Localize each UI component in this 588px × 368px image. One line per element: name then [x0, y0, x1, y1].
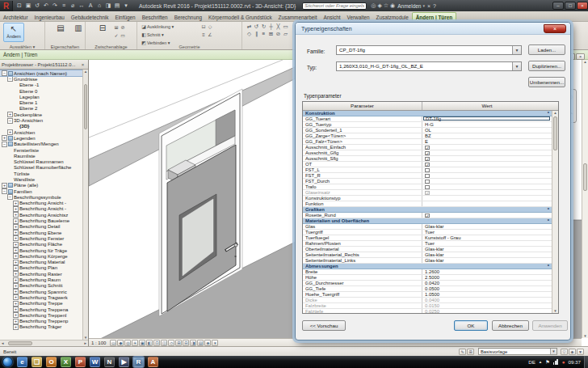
- parameter-row[interactable]: Funktion: [303, 201, 552, 207]
- modify-button[interactable]: ↖ Ändern: [3, 23, 24, 42]
- press-drag-icon[interactable]: ◈: [569, 349, 576, 355]
- view-control-icon-10[interactable]: ⊟: [183, 340, 189, 346]
- aligned-dimension-icon[interactable]: ↔: [78, 2, 86, 10]
- modify-tool-icon-6[interactable]: ◇: [246, 30, 253, 37]
- start-button[interactable]: [2, 357, 13, 367]
- geometry-extra4-icon[interactable]: ∠: [207, 32, 213, 37]
- chevron-down-icon[interactable]: ▼: [512, 62, 521, 70]
- parameter-row[interactable]: FST_Durch: [303, 179, 552, 184]
- parameter-value[interactable]: [422, 184, 552, 189]
- scroll-down-icon[interactable]: ▼: [582, 334, 588, 338]
- parameter-group-header[interactable]: Materialien und Oberflächen*: [303, 218, 552, 224]
- expand-icon[interactable]: +: [13, 277, 19, 283]
- group-collapse-icon[interactable]: *: [548, 111, 549, 116]
- modify-tool-icon-1[interactable]: ↺: [253, 23, 260, 30]
- expand-icon[interactable]: +: [13, 218, 19, 224]
- tree-item[interactable]: Lageplan: [0, 94, 88, 99]
- panel-select-label[interactable]: Auswählen ▾: [0, 44, 44, 49]
- apply-button[interactable]: Anwenden: [532, 320, 568, 331]
- checkbox-checked[interactable]: ✓: [425, 214, 430, 218]
- view-control-icon-9[interactable]: ⊞: [175, 340, 182, 346]
- taskbar-app-navy-icon[interactable]: ▶: [119, 357, 129, 367]
- filter-icon[interactable]: ▼: [577, 349, 584, 355]
- parameter-value[interactable]: 0.0420: [422, 281, 552, 286]
- ribbon-tab-0[interactable]: Architektur: [0, 13, 32, 21]
- rename-button[interactable]: Umbenennen...: [528, 77, 565, 87]
- section-icon[interactable]: ◨: [104, 2, 112, 10]
- expand-icon[interactable]: +: [13, 201, 19, 206]
- sync-icon[interactable]: ↺: [33, 2, 41, 10]
- parameter-value[interactable]: ✓: [422, 162, 552, 167]
- collapse-icon[interactable]: −: [2, 188, 7, 194]
- help-icon[interactable]: ?: [433, 3, 436, 9]
- collapse-icon[interactable]: −: [2, 142, 7, 147]
- scroll-up-icon[interactable]: ▲: [552, 111, 558, 115]
- tree-item[interactable]: Fensterliste: [0, 147, 88, 153]
- parameter-row[interactable]: GG_TuerartDT-1flg: [303, 116, 552, 122]
- browser-vertical-scrollbar[interactable]: ▲ ▼: [82, 70, 88, 340]
- modify-tool-icon-11[interactable]: ▱: [282, 30, 289, 37]
- browser-horizontal-scrollbar[interactable]: ◄ ►: [0, 340, 88, 346]
- parameter-row[interactable]: Seitenteilmaterial_LinksGlas-klar: [303, 258, 552, 264]
- parameter-column-header[interactable]: Parameter: [303, 102, 422, 110]
- expand-icon[interactable]: +: [13, 307, 19, 312]
- design-option-select[interactable]: Basisvorlage ▼: [478, 348, 557, 355]
- tree-item[interactable]: −3D-Ansichten: [0, 117, 88, 123]
- geometry-extra3-icon[interactable]: ≡: [200, 32, 207, 37]
- redo-icon[interactable]: ↷: [51, 2, 59, 10]
- parameter-value[interactable]: 0.0400: [422, 298, 552, 302]
- cut-geometry-tool[interactable]: ◧Schnitt ▾: [141, 32, 164, 37]
- parameter-row[interactable]: GG_Sonderteil_1OL: [303, 128, 552, 133]
- tree-item[interactable]: +Beschriftung Treppenl: [0, 312, 88, 318]
- checkbox-unchecked[interactable]: [425, 185, 430, 190]
- project-browser-header[interactable]: Projektbrowser - Projekt151112.0... ×: [0, 60, 88, 70]
- tree-item[interactable]: +Ansichten: [0, 129, 88, 135]
- collapse-icon[interactable]: −: [7, 194, 13, 200]
- parameter-row[interactable]: GlasGlas-klar: [303, 224, 552, 230]
- ribbon-tab-5[interactable]: Berechnung: [171, 13, 205, 21]
- parameter-value[interactable]: 1.2600: [422, 269, 552, 274]
- parameter-row[interactable]: Rosette_Rund✓: [303, 213, 552, 218]
- taskbar-ie-icon[interactable]: e: [17, 357, 27, 367]
- show-desktop-button[interactable]: [584, 356, 588, 368]
- taskbar-app-red-icon[interactable]: P: [75, 357, 86, 367]
- group-collapse-icon[interactable]: *: [548, 218, 549, 223]
- expand-icon[interactable]: +: [13, 242, 19, 247]
- parameter-value[interactable]: OL: [422, 128, 552, 133]
- parameter-group-header[interactable]: Grafiken*: [303, 207, 552, 213]
- view-control-icon-14[interactable]: ▾: [212, 340, 218, 346]
- print-icon[interactable]: ≡: [60, 2, 68, 10]
- ribbon-tab-1[interactable]: Ingenieurbau: [32, 13, 68, 21]
- tree-item[interactable]: +Beschriftung Plan: [0, 265, 88, 271]
- ribbon-tab-4[interactable]: Beschriften: [139, 13, 171, 21]
- parameter-row[interactable]: GG_Tiefe0.0500: [303, 286, 552, 292]
- modify-tool-icon-2[interactable]: ↻: [260, 23, 267, 30]
- parameter-value[interactable]: ✓: [422, 145, 552, 150]
- tree-item[interactable]: +Beschriftung Treppenp: [0, 318, 88, 324]
- minimize-button[interactable]: –: [552, 2, 564, 10]
- view-control-icon-8[interactable]: ◇: [168, 340, 174, 346]
- undo-icon[interactable]: ↶: [42, 2, 50, 10]
- view-control-icon-13[interactable]: ◈: [204, 340, 211, 346]
- tree-item[interactable]: +Beschriftung Tragwerk: [0, 294, 88, 300]
- expand-icon[interactable]: +: [13, 230, 19, 235]
- dialog-title-bar[interactable]: Typeneigenschaften: [296, 23, 570, 35]
- ribbon-tab-modify-doors[interactable]: Ändern | Türen: [412, 12, 456, 21]
- parameter-group-header[interactable]: Abmessungen*: [303, 264, 552, 269]
- parameter-row[interactable]: Falztiefe0.0250: [303, 309, 552, 313]
- taskbar-app-orange-icon[interactable]: O: [46, 357, 57, 367]
- parameter-row[interactable]: Konstruktionstyp: [303, 196, 552, 201]
- match-type-icon[interactable]: ✓: [113, 32, 120, 38]
- parameter-value[interactable]: Glas-klar: [422, 258, 552, 263]
- parameter-row[interactable]: Seitenteilmaterial_RechtsGlas-klar: [303, 252, 552, 258]
- text-icon[interactable]: A: [86, 2, 94, 10]
- parameter-row[interactable]: GG_Durchmesser0.0420: [303, 281, 552, 286]
- parameter-value[interactable]: Glas-klar: [422, 252, 552, 257]
- view-control-icon-1[interactable]: ◆: [117, 340, 124, 346]
- open-icon[interactable]: ⊡: [15, 2, 23, 10]
- load-button[interactable]: Laden...: [528, 44, 565, 55]
- parameter-row[interactable]: GG_Falz<Türen>E: [303, 139, 552, 145]
- checkbox-checked[interactable]: ✓: [425, 163, 430, 167]
- tree-item[interactable]: +Beschriftung Treppena: [0, 307, 88, 312]
- view-control-icon-6[interactable]: ⊡: [153, 340, 160, 346]
